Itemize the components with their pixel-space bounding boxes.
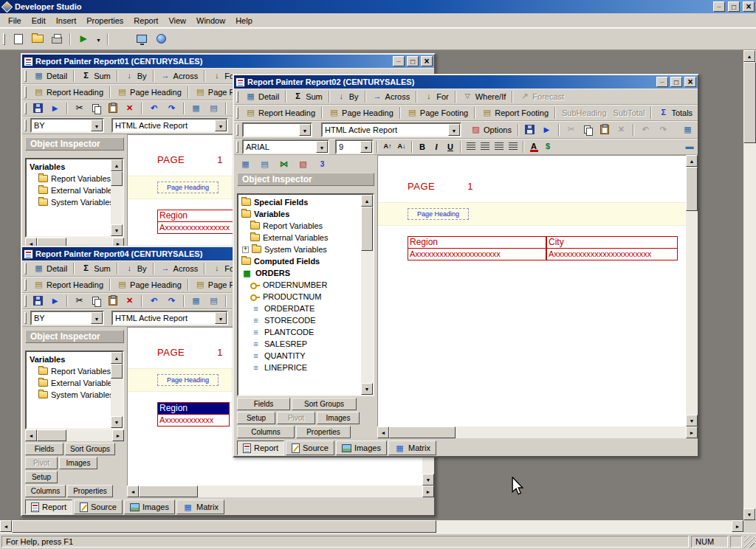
fields-tree[interactable]: Variables Report Variables External Vari… — [25, 351, 124, 429]
run-report-button[interactable] — [47, 101, 63, 116]
align-center-button[interactable] — [478, 140, 492, 153]
tree-style-view-button[interactable] — [295, 156, 312, 171]
toolbar-grip[interactable] — [24, 279, 27, 291]
toolbar-grip[interactable] — [24, 263, 27, 274]
report-column-region-selected[interactable]: Region Axxxxxxxxxxxx — [157, 402, 230, 427]
align-justify-button[interactable] — [506, 140, 520, 153]
across-button[interactable]: Across — [369, 89, 413, 104]
list-view-button[interactable] — [205, 294, 222, 308]
menu-help[interactable]: Help — [230, 15, 258, 27]
inspector-tab-sort-groups[interactable]: Sort Groups — [292, 398, 357, 410]
run-report-button[interactable] — [538, 122, 555, 137]
scroll-right-arrow[interactable] — [732, 520, 743, 532]
open-button[interactable] — [29, 30, 47, 48]
shrink-font-button[interactable] — [395, 140, 408, 153]
app-minimize-button[interactable] — [713, 1, 725, 12]
tab-report[interactable]: Report — [25, 500, 72, 514]
toolbar-grip[interactable] — [24, 103, 27, 114]
tree-item[interactable]: External Variables — [238, 232, 361, 244]
combo-dropdown-button[interactable] — [215, 312, 227, 324]
undo-button[interactable] — [145, 294, 162, 308]
combo-dropdown-button[interactable] — [299, 124, 311, 136]
underline-button[interactable]: U — [444, 140, 457, 153]
tab-source[interactable]: Source — [74, 500, 123, 514]
combo-dropdown-button[interactable] — [448, 124, 460, 136]
font-color-button[interactable] — [527, 140, 540, 153]
inspector-tab-setup[interactable]: Setup — [237, 412, 275, 424]
tree-horizontal-scrollbar[interactable] — [25, 429, 124, 441]
object-inspector-caption[interactable]: Object Inspector — [25, 330, 124, 343]
paste-button[interactable] — [597, 122, 612, 137]
tree-item[interactable]: ORDERDATE — [238, 303, 361, 314]
sum-button[interactable]: Sum — [289, 89, 326, 104]
inspector-tab-fields[interactable]: Fields — [25, 443, 63, 455]
sum-button[interactable]: Sum — [78, 261, 114, 276]
tree-item[interactable]: External Variables — [27, 377, 111, 389]
scrollbar-thumb[interactable] — [37, 429, 66, 441]
run-report-button[interactable] — [47, 294, 63, 308]
inspector-tab-sort-groups[interactable]: Sort Groups — [65, 443, 115, 455]
toolbar-grip[interactable] — [3, 33, 5, 45]
tab-images[interactable]: Images — [336, 441, 387, 455]
copy-button[interactable] — [89, 294, 105, 308]
page-footing-button[interactable]: Page Footing — [404, 106, 471, 120]
report01-minimize-button[interactable] — [393, 56, 405, 66]
scrollbar-thumb[interactable] — [389, 427, 456, 438]
font-family-combo[interactable]: ARIAL — [242, 139, 329, 154]
tree-item[interactable]: SALESREP — [238, 338, 361, 350]
page-heading-placeholder[interactable]: Page Heading — [157, 374, 219, 386]
scroll-left-arrow[interactable] — [377, 427, 389, 438]
across-button[interactable]: Across — [157, 261, 202, 276]
list-view-button[interactable] — [205, 101, 222, 116]
inspector-tab-images[interactable]: Images — [317, 412, 360, 424]
workspace-horizontal-scrollbar[interactable] — [0, 520, 743, 533]
resize-grip[interactable] — [744, 536, 755, 548]
combo-dropdown-button[interactable] — [91, 312, 103, 324]
toolbar-grip[interactable] — [24, 86, 27, 98]
redo-button[interactable] — [163, 101, 180, 116]
scroll-left-arrow[interactable] — [127, 486, 139, 497]
report-footing-button[interactable]: Report Footing — [478, 106, 551, 120]
scrollbar-thumb[interactable] — [111, 171, 123, 186]
tree-item[interactable]: Report Variables — [27, 365, 111, 377]
bold-button[interactable]: B — [416, 140, 429, 153]
report02-close-button[interactable] — [684, 77, 696, 87]
tree-vertical-scrollbar[interactable] — [111, 159, 123, 236]
sum-button[interactable]: Sum — [78, 69, 114, 83]
menu-report[interactable]: Report — [128, 15, 163, 27]
toolbar-grip[interactable] — [24, 312, 27, 324]
workspace-vertical-scrollbar[interactable] — [743, 50, 756, 520]
tree-vertical-scrollbar[interactable] — [111, 352, 123, 428]
save-button[interactable] — [30, 294, 46, 308]
tree-item[interactable]: Report Variables — [27, 173, 111, 184]
by-field-combo[interactable] — [242, 122, 312, 137]
tab-report[interactable]: Report — [237, 441, 284, 455]
menu-insert[interactable]: Insert — [51, 15, 82, 27]
tree-item[interactable]: System Variables — [27, 196, 111, 208]
report-column-region[interactable]: Region Axxxxxxxxxxxxxxxxxxxxx — [408, 236, 546, 260]
tree-join-view-button[interactable] — [275, 156, 292, 171]
scroll-down-arrow[interactable] — [743, 508, 755, 520]
fields-tree[interactable]: Special Fields Variables Report Variable… — [237, 193, 374, 396]
redo-button[interactable] — [163, 294, 180, 308]
inspector-tab-images[interactable]: Images — [59, 457, 97, 469]
scroll-up-arrow[interactable] — [686, 155, 698, 167]
combo-dropdown-button[interactable] — [316, 141, 328, 153]
report-heading-button[interactable]: Report Heading — [30, 277, 106, 292]
report02-minimize-button[interactable] — [656, 77, 668, 87]
tree-item[interactable]: System Variables — [238, 244, 361, 255]
menu-view[interactable]: View — [163, 15, 191, 27]
scrollbar-thumb[interactable] — [361, 207, 373, 251]
detail-button[interactable]: Detail — [30, 261, 70, 276]
combo-dropdown-button[interactable] — [360, 141, 372, 153]
output-format-combo[interactable]: HTML Active Report — [111, 311, 228, 325]
tree-item[interactable]: Variables — [27, 161, 111, 173]
toolbar-grip[interactable] — [236, 124, 238, 136]
align-right-button[interactable] — [492, 140, 506, 153]
copy-button[interactable] — [89, 101, 105, 116]
scroll-down-arrow[interactable] — [686, 415, 698, 427]
object-inspector-caption[interactable]: Object Inspector — [25, 137, 124, 151]
scroll-down-arrow[interactable] — [111, 224, 123, 236]
page-heading-placeholder[interactable]: Page Heading — [408, 208, 469, 220]
tree-format-view-button[interactable] — [314, 156, 331, 171]
